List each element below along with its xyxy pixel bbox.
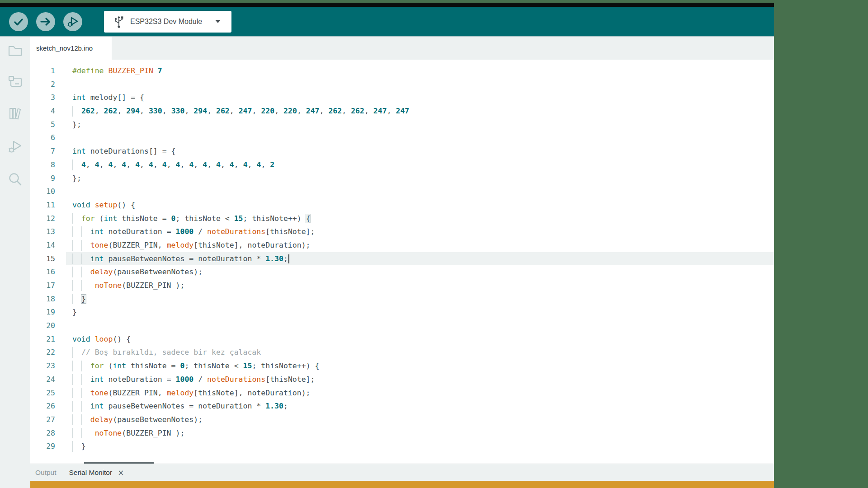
code-line[interactable]: 9}; [30, 172, 774, 185]
line-number[interactable]: 4 [30, 104, 66, 118]
indent-guide [81, 428, 82, 439]
code-line[interactable]: 23 for (int thisNote = 0; thisNote < 15;… [30, 359, 774, 373]
line-number[interactable]: 1 [30, 64, 66, 78]
editor-tabbar: sketch_nov12b.ino [30, 37, 774, 60]
line-number[interactable]: 20 [30, 319, 66, 333]
code-line[interactable]: 16 delay(pauseBetweenNotes); [30, 265, 774, 279]
code-line[interactable]: 14 tone(BUZZER_PIN, melody[thisNote], no… [30, 239, 774, 252]
indent-guide [72, 294, 73, 305]
panel-tab-serial-monitor[interactable]: Serial Monitor× [69, 468, 124, 477]
code-editor[interactable]: 1#define BUZZER_PIN 723int melody[] = {4… [30, 60, 774, 466]
code-line[interactable]: 29 } [30, 440, 774, 453]
indent-guide [72, 226, 73, 237]
code-line[interactable]: 21void loop() { [30, 333, 774, 346]
code-line[interactable]: 15 int pauseBetweenNotes = noteDuration … [30, 252, 774, 266]
upload-button[interactable] [36, 12, 55, 31]
panel-tab-output[interactable]: Output [35, 469, 57, 477]
line-number[interactable]: 13 [30, 225, 66, 239]
line-number[interactable]: 21 [30, 333, 66, 346]
line-number[interactable]: 25 [30, 386, 66, 400]
code-line[interactable]: 13 int noteDuration = 1000 / noteDuratio… [30, 225, 774, 239]
line-number[interactable]: 14 [30, 239, 66, 252]
indent-guide [72, 361, 73, 371]
code-line[interactable]: 4 262, 262, 294, 330, 330, 294, 262, 247… [30, 104, 774, 118]
code-line-text: } [66, 440, 774, 453]
line-number[interactable]: 18 [30, 292, 66, 306]
code-line[interactable]: 6 [30, 131, 774, 145]
line-number[interactable]: 8 [30, 158, 66, 172]
close-icon[interactable]: × [118, 468, 124, 477]
code-line[interactable]: 19} [30, 305, 774, 319]
search-icon[interactable] [7, 171, 23, 187]
sketchbook-folder-icon[interactable] [7, 42, 23, 58]
indent-guide [81, 401, 82, 412]
line-number[interactable]: 16 [30, 265, 66, 279]
code-line[interactable]: 18 } [30, 292, 774, 306]
indent-guide [81, 240, 82, 251]
line-number[interactable]: 27 [30, 413, 66, 427]
code-line-text: }; [66, 118, 774, 131]
code-lines: 1#define BUZZER_PIN 723int melody[] = {4… [30, 64, 774, 453]
code-line[interactable]: 25 tone(BUZZER_PIN, melody[thisNote], no… [30, 386, 774, 400]
code-line-text: // Boş bırakıldı, sadece bir kez çalacak [66, 346, 774, 359]
line-number[interactable]: 7 [30, 145, 66, 158]
verify-button[interactable] [9, 12, 28, 31]
debug-button[interactable] [63, 12, 82, 31]
line-number[interactable]: 9 [30, 172, 66, 185]
arduino-ide-window: ESP32S3 Dev Module [0, 3, 774, 488]
line-number[interactable]: 11 [30, 198, 66, 212]
line-number[interactable]: 28 [30, 427, 66, 440]
code-line[interactable]: 27 delay(pauseBetweenNotes); [30, 413, 774, 427]
code-line-text: } [66, 305, 774, 319]
code-line[interactable]: 11void setup() { [30, 198, 774, 212]
board-selector[interactable]: ESP32S3 Dev Module [104, 11, 231, 33]
code-line-text: int noteDuration = 1000 / noteDurations[… [66, 373, 774, 386]
line-number[interactable]: 6 [30, 131, 66, 145]
usb-icon [114, 15, 124, 28]
code-line[interactable]: 26 int pauseBetweenNotes = noteDuration … [30, 399, 774, 413]
line-number[interactable]: 17 [30, 279, 66, 292]
line-number[interactable]: 5 [30, 118, 66, 131]
code-line[interactable]: 24 int noteDuration = 1000 / noteDuratio… [30, 373, 774, 386]
boards-manager-icon[interactable] [7, 74, 23, 90]
code-line[interactable]: 17 noTone(BUZZER_PIN ); [30, 279, 774, 292]
line-number[interactable]: 3 [30, 91, 66, 104]
line-number[interactable]: 24 [30, 373, 66, 386]
code-line[interactable]: 1#define BUZZER_PIN 7 [30, 64, 774, 78]
code-line-text: 4, 4, 4, 4, 4, 4, 4, 4, 4, 4, 4, 4, 4, 4… [66, 158, 774, 172]
line-number[interactable]: 15 [30, 252, 66, 266]
code-line[interactable]: 7int noteDurations[] = { [30, 145, 774, 158]
library-manager-icon[interactable] [7, 106, 23, 122]
indent-guide [81, 226, 82, 237]
code-line[interactable]: 20 [30, 319, 774, 333]
line-number[interactable]: 12 [30, 212, 66, 225]
code-line-text [66, 319, 774, 333]
indent-guide [72, 160, 73, 170]
line-number[interactable]: 23 [30, 359, 66, 373]
panel-tab-label: Output [35, 469, 57, 477]
code-line-text [66, 185, 774, 198]
code-line[interactable]: 22 // Boş bırakıldı, sadece bir kez çala… [30, 346, 774, 359]
debug-sidebar-icon[interactable] [7, 139, 23, 155]
line-number[interactable]: 29 [30, 440, 66, 453]
code-line[interactable]: 10 [30, 185, 774, 198]
code-line[interactable]: 28 noTone(BUZZER_PIN ); [30, 427, 774, 440]
code-line[interactable]: 12 for (int thisNote = 0; thisNote < 15;… [30, 212, 774, 225]
line-number[interactable]: 26 [30, 399, 66, 413]
panel-tab-label: Serial Monitor [69, 469, 113, 477]
code-line-text: } [66, 292, 774, 306]
line-number[interactable]: 22 [30, 346, 66, 359]
code-line[interactable]: 3int melody[] = { [30, 91, 774, 104]
window-top-strip [0, 3, 774, 7]
indent-guide [72, 441, 73, 452]
line-number[interactable]: 2 [30, 78, 66, 91]
line-number[interactable]: 19 [30, 305, 66, 319]
code-line[interactable]: 2 [30, 78, 774, 91]
code-line-text: tone(BUZZER_PIN, melody[thisNote], noteD… [66, 239, 774, 252]
bottom-panel-tabbar: OutputSerial Monitor× [30, 464, 774, 481]
code-line[interactable]: 8 4, 4, 4, 4, 4, 4, 4, 4, 4, 4, 4, 4, 4,… [30, 158, 774, 172]
code-line[interactable]: 5}; [30, 118, 774, 131]
line-number[interactable]: 10 [30, 185, 66, 198]
tab-sketch[interactable]: sketch_nov12b.ino [30, 37, 112, 60]
indent-guide [81, 361, 82, 371]
